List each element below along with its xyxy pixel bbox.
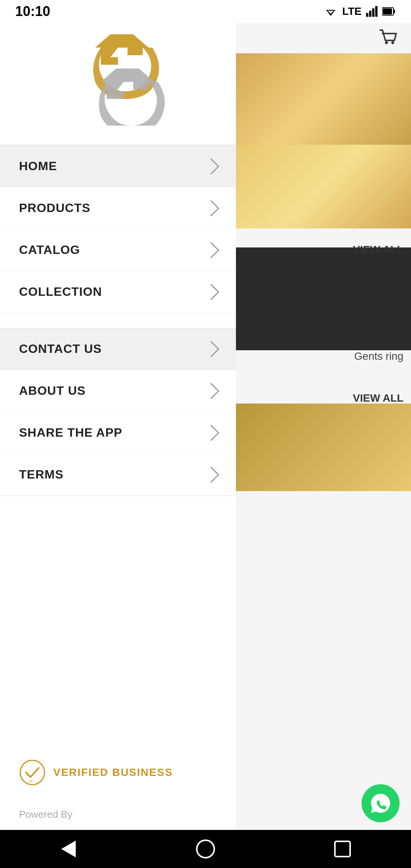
chevron-terms xyxy=(203,466,219,482)
menu-label-home: HOME xyxy=(19,159,57,173)
svg-rect-13 xyxy=(383,8,392,14)
cart-icon-bg xyxy=(373,23,403,53)
jewelry-image-4 xyxy=(236,404,411,491)
svg-rect-8 xyxy=(369,11,371,17)
menu-section-2: CONTACT US ABOUT US SHARE THE APP TERMS xyxy=(0,328,236,496)
battery-icon xyxy=(382,7,396,16)
menu-label-contact-us: CONTACT US xyxy=(19,342,102,356)
jewelry-image-2 xyxy=(236,145,411,228)
recents-icon xyxy=(334,841,351,857)
verified-icon: ∞ xyxy=(19,759,46,786)
menu-label-collection: COLLECTION xyxy=(19,285,102,299)
menu-label-catalog: CATALOG xyxy=(19,243,80,257)
svg-text:∞: ∞ xyxy=(29,778,33,784)
menu-label-about-us: ABOUT US xyxy=(19,384,86,398)
jewelry-image-1 xyxy=(236,53,411,145)
svg-rect-7 xyxy=(366,13,368,17)
view-all-1[interactable]: VIEW ALL xyxy=(236,244,411,256)
menu-item-about-us[interactable]: ABOUT US xyxy=(0,370,236,412)
menu-item-terms[interactable]: TERMS xyxy=(0,454,236,496)
verified-text: VERIFIED BUSINESS xyxy=(53,766,173,779)
menu-item-share-the-app[interactable]: SHARE THE APP xyxy=(0,412,236,454)
whatsapp-icon xyxy=(369,792,392,815)
powered-by-label: Powered By xyxy=(19,809,217,820)
view-all-2[interactable]: VIEW ALL xyxy=(236,392,411,404)
signal-icon xyxy=(366,6,378,17)
menu-item-products[interactable]: PRODUCTS xyxy=(0,187,236,229)
chevron-contact-us xyxy=(203,341,219,357)
status-bar: 10:10 LTE xyxy=(0,0,411,23)
menu-item-collection[interactable]: COLLECTION xyxy=(0,271,236,313)
svg-rect-9 xyxy=(372,8,374,17)
chevron-collection xyxy=(203,284,219,300)
app-logo xyxy=(65,19,171,126)
cart-icon[interactable] xyxy=(377,27,400,49)
back-button[interactable] xyxy=(57,838,80,860)
home-button[interactable] xyxy=(194,838,217,860)
bottom-nav xyxy=(0,830,411,868)
svg-rect-12 xyxy=(393,10,395,13)
jewelry-image-3 xyxy=(236,247,411,350)
whatsapp-fab[interactable] xyxy=(362,784,400,822)
menu-label-terms: TERMS xyxy=(19,468,64,482)
home-icon xyxy=(196,839,215,858)
section-gap xyxy=(0,313,236,328)
menu-item-catalog[interactable]: CATALOG xyxy=(0,229,236,271)
recents-button[interactable] xyxy=(331,838,354,860)
chevron-products xyxy=(203,200,219,216)
wifi-icon xyxy=(324,6,338,17)
back-icon xyxy=(61,841,76,857)
menu-item-contact-us[interactable]: CONTACT US xyxy=(0,328,236,370)
menu-label-share-the-app: SHARE THE APP xyxy=(19,426,122,440)
chevron-catalog xyxy=(203,242,219,258)
verified-badge: ∞ VERIFIED BUSINESS xyxy=(19,759,217,786)
footer: ∞ VERIFIED BUSINESS Powered By J∞ewelxy … xyxy=(0,511,236,868)
chevron-share-the-app xyxy=(203,424,219,440)
chevron-about-us xyxy=(203,383,219,399)
svg-point-0 xyxy=(385,41,388,44)
svg-rect-10 xyxy=(375,6,378,17)
menu-label-products: PRODUCTS xyxy=(19,201,91,215)
status-icons: LTE xyxy=(324,5,396,18)
section-gap-bottom xyxy=(0,496,236,511)
menu-item-home[interactable]: HOME xyxy=(0,145,236,187)
lte-label: LTE xyxy=(342,5,362,18)
side-drawer: HOME PRODUCTS CATALOG COLLECTION CONTACT… xyxy=(0,0,236,868)
bg-content: VIEW ALL Gents ring VIEW ALL xyxy=(236,0,411,868)
menu-section-1: HOME PRODUCTS CATALOG COLLECTION xyxy=(0,145,236,313)
chevron-home xyxy=(203,158,219,174)
gents-ring-label: Gents ring xyxy=(354,350,403,362)
svg-point-1 xyxy=(391,41,394,44)
status-time: 10:10 xyxy=(15,3,50,19)
